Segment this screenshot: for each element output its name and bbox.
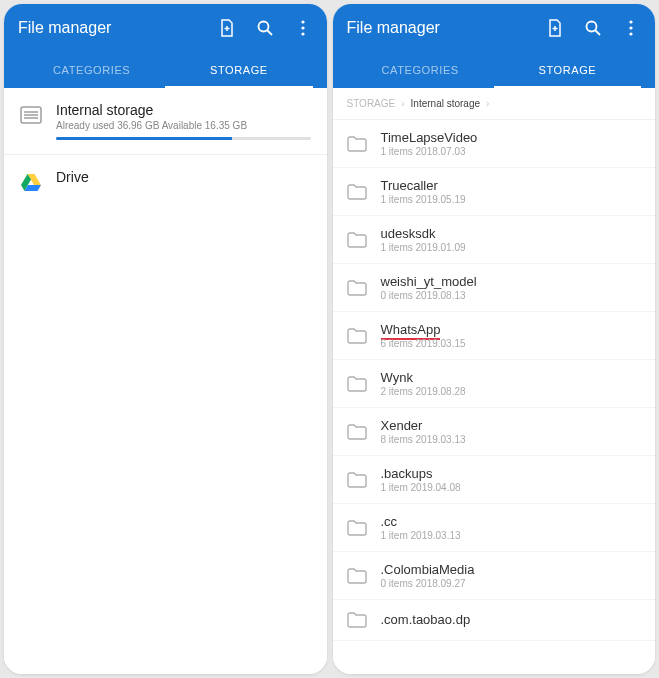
folder-icon [347, 182, 367, 202]
drive-info: Drive [56, 169, 311, 187]
internal-storage-row[interactable]: Internal storage Already used 36.96 GB A… [4, 88, 327, 155]
folder-list[interactable]: TimeLapseVideo1 items 2018.07.03Truecall… [333, 120, 656, 672]
header-top: File manager [18, 18, 313, 38]
folder-row[interactable]: udesksdk1 items 2019.01.09 [333, 216, 656, 264]
internal-storage-info: Internal storage Already used 36.96 GB A… [56, 102, 311, 140]
drive-icon [20, 171, 42, 193]
folder-icon [347, 610, 367, 630]
more-icon[interactable] [293, 18, 313, 38]
search-icon[interactable] [583, 18, 603, 38]
folder-info: TimeLapseVideo1 items 2018.07.03 [381, 130, 478, 157]
folder-icon [347, 134, 367, 154]
drive-row[interactable]: Drive [4, 155, 327, 207]
drive-name: Drive [56, 169, 311, 185]
folder-icon [347, 470, 367, 490]
folder-row[interactable]: Xender8 items 2019.03.13 [333, 408, 656, 456]
svg-point-3 [301, 26, 304, 29]
storage-bar-fill [56, 137, 232, 140]
folder-row[interactable]: .cc1 item 2019.03.13 [333, 504, 656, 552]
app-title-r: File manager [347, 19, 440, 37]
chevron-right-icon: › [401, 98, 404, 109]
folder-sub: 1 items 2018.07.03 [381, 146, 478, 157]
tabs: CATEGORIES STORAGE [18, 54, 313, 88]
breadcrumb-current: Internal storage [411, 98, 481, 109]
folder-sub: 8 items 2019.03.13 [381, 434, 466, 445]
svg-point-14 [629, 20, 632, 23]
folder-info: .cc1 item 2019.03.13 [381, 514, 461, 541]
folder-icon [347, 374, 367, 394]
phone-right: File manager [333, 4, 656, 674]
body-left: Internal storage Already used 36.96 GB A… [4, 88, 327, 674]
app-title: File manager [18, 19, 111, 37]
svg-point-2 [301, 20, 304, 23]
search-icon[interactable] [255, 18, 275, 38]
tab-categories-r[interactable]: CATEGORIES [347, 54, 494, 88]
folder-row[interactable]: weishi_yt_model0 items 2019.08.13 [333, 264, 656, 312]
storage-bar [56, 137, 311, 140]
folder-icon [347, 230, 367, 250]
folder-name: Xender [381, 418, 466, 433]
folder-icon [347, 518, 367, 538]
svg-point-0 [258, 22, 268, 32]
folder-name: WhatsApp [381, 322, 466, 337]
internal-storage-name: Internal storage [56, 102, 311, 118]
folder-info: weishi_yt_model0 items 2019.08.13 [381, 274, 477, 301]
folder-info: .ColombiaMedia0 items 2018.09.27 [381, 562, 475, 589]
folder-row[interactable]: Wynk2 items 2019.08.28 [333, 360, 656, 408]
folder-name: udesksdk [381, 226, 466, 241]
folder-info: .com.taobao.dp [381, 612, 471, 628]
internal-storage-icon [20, 104, 42, 126]
folder-row[interactable]: Truecaller1 items 2019.05.19 [333, 168, 656, 216]
svg-point-4 [301, 32, 304, 35]
app-header-r: File manager [333, 4, 656, 88]
folder-name: .cc [381, 514, 461, 529]
folder-info: Truecaller1 items 2019.05.19 [381, 178, 466, 205]
tab-storage[interactable]: STORAGE [165, 54, 312, 88]
breadcrumb[interactable]: STORAGE › Internal storage › [333, 88, 656, 120]
folder-sub: 1 items 2019.01.09 [381, 242, 466, 253]
new-file-icon[interactable] [545, 18, 565, 38]
svg-line-1 [267, 31, 272, 36]
svg-point-12 [587, 22, 597, 32]
internal-storage-sub: Already used 36.96 GB Available 16.35 GB [56, 120, 311, 131]
more-icon[interactable] [621, 18, 641, 38]
tab-storage-r[interactable]: STORAGE [494, 54, 641, 88]
folder-sub: 6 items 2019.03.15 [381, 338, 466, 349]
folder-name: .ColombiaMedia [381, 562, 475, 577]
folder-name: .com.taobao.dp [381, 612, 471, 627]
folder-row[interactable]: .ColombiaMedia0 items 2018.09.27 [333, 552, 656, 600]
folder-sub: 0 items 2019.08.13 [381, 290, 477, 301]
new-file-icon[interactable] [217, 18, 237, 38]
app-header: File manager [4, 4, 327, 88]
folder-row[interactable]: .backups1 item 2019.04.08 [333, 456, 656, 504]
folder-info: WhatsApp6 items 2019.03.15 [381, 322, 466, 349]
folder-name: .backups [381, 466, 461, 481]
body-right: STORAGE › Internal storage › TimeLapseVi… [333, 88, 656, 674]
folder-sub: 0 items 2018.09.27 [381, 578, 475, 589]
breadcrumb-root[interactable]: STORAGE [347, 98, 396, 109]
folder-info: Xender8 items 2019.03.13 [381, 418, 466, 445]
folder-icon [347, 278, 367, 298]
folder-sub: 2 items 2019.08.28 [381, 386, 466, 397]
folder-name: TimeLapseVideo [381, 130, 478, 145]
folder-name: Truecaller [381, 178, 466, 193]
folder-row[interactable]: WhatsApp6 items 2019.03.15 [333, 312, 656, 360]
tabs-r: CATEGORIES STORAGE [347, 54, 642, 88]
folder-icon [347, 422, 367, 442]
folder-info: Wynk2 items 2019.08.28 [381, 370, 466, 397]
folder-icon [347, 566, 367, 586]
folder-row[interactable]: TimeLapseVideo1 items 2018.07.03 [333, 120, 656, 168]
folder-icon [347, 326, 367, 346]
folder-info: udesksdk1 items 2019.01.09 [381, 226, 466, 253]
svg-point-16 [629, 32, 632, 35]
folder-row[interactable]: .com.taobao.dp [333, 600, 656, 641]
folder-info: .backups1 item 2019.04.08 [381, 466, 461, 493]
folder-name: Wynk [381, 370, 466, 385]
folder-sub: 1 item 2019.03.13 [381, 530, 461, 541]
folder-sub: 1 items 2019.05.19 [381, 194, 466, 205]
svg-line-13 [596, 31, 601, 36]
header-top-r: File manager [347, 18, 642, 38]
tab-categories[interactable]: CATEGORIES [18, 54, 165, 88]
folder-sub: 1 item 2019.04.08 [381, 482, 461, 493]
chevron-right-icon: › [486, 98, 489, 109]
